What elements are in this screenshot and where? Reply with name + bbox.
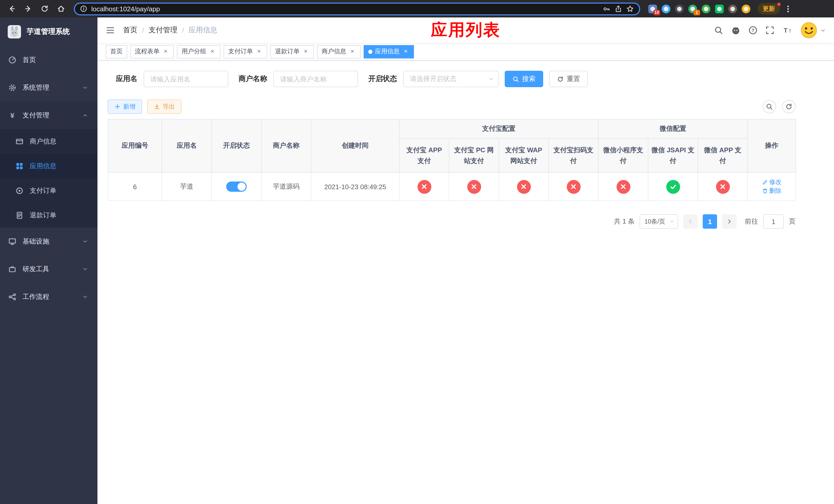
merchant-name-input[interactable] (273, 71, 358, 87)
goto-label: 前往 (745, 217, 758, 226)
home-icon[interactable] (54, 2, 68, 15)
col-wechat-jsapi: 微信 JSAPI 支付 (648, 139, 698, 173)
toggle-search-button[interactable] (763, 100, 776, 113)
password-key-icon[interactable] (603, 5, 610, 13)
sidebar-item-app-info[interactable]: 应用信息 (0, 154, 97, 178)
tab-flow-form[interactable]: 流程表单 × (130, 45, 174, 58)
bookmark-star-icon[interactable] (626, 5, 634, 13)
search-icon (512, 76, 519, 82)
reload-icon[interactable] (38, 2, 51, 15)
col-wechat-app: 微信 APP 支付 (698, 139, 748, 173)
fullscreen-icon[interactable] (765, 26, 774, 35)
tab-home[interactable]: 首页 (106, 45, 127, 58)
config-status-icon (616, 180, 630, 193)
tab-label: 首页 (110, 47, 123, 56)
tab-payment-orders[interactable]: 支付订单 × (224, 45, 267, 58)
prev-page-button[interactable] (683, 214, 698, 229)
breadcrumb: 首页 / 支付管理 / 应用信息 (123, 26, 218, 35)
export-button[interactable]: 导出 (147, 99, 181, 114)
sidebar-toggle-icon[interactable] (106, 26, 115, 35)
search-icon[interactable] (714, 26, 723, 35)
search-button[interactable]: 搜索 (505, 71, 543, 87)
tags-view-bar: 首页 流程表单 × 用户分组 × 支付订单 × 退款订单 × (97, 43, 834, 61)
col-merchant: 商户名称 (261, 119, 311, 173)
back-icon[interactable] (5, 2, 19, 15)
caret-down-icon (820, 27, 826, 33)
svg-text:?: ? (751, 28, 754, 33)
avatar (800, 22, 818, 39)
cell-wechat-app (698, 173, 748, 201)
close-icon[interactable]: × (256, 48, 263, 55)
page-size-select[interactable]: 10条/页 (640, 214, 678, 229)
sidebar: 芋道管理系统 首页 系统管理 ¥ 支付管理 (0, 18, 97, 504)
extension-icon[interactable] (715, 4, 724, 13)
extension-icon[interactable] (742, 4, 750, 13)
sidebar-item-home[interactable]: 首页 (0, 46, 97, 74)
col-app-id: 应用编号 (108, 119, 162, 173)
chevron-down-icon (488, 76, 494, 82)
share-icon[interactable] (614, 5, 622, 13)
goto-page-input[interactable] (763, 214, 784, 229)
chevron-up-icon (82, 112, 88, 118)
sidebar-item-system[interactable]: 系统管理 (0, 74, 97, 101)
status-label: 开启状态 (368, 74, 397, 84)
tab-merchant-info[interactable]: 商户信息 × (317, 45, 360, 58)
close-icon[interactable]: × (302, 48, 309, 55)
chrome-update-button[interactable]: 更新 (758, 3, 780, 14)
page-number-current[interactable]: 1 (703, 214, 717, 229)
table-row: 6 芋道 芋道源码 2021-10-23 08:49:25 (108, 173, 796, 201)
status-toggle[interactable] (226, 182, 247, 192)
app-name-input[interactable] (144, 71, 228, 87)
toolbox-icon (8, 265, 16, 273)
extension-icon[interactable] (728, 4, 737, 13)
url-text[interactable]: localhost:1024/pay/app (91, 5, 598, 13)
extension-icon[interactable] (675, 4, 684, 13)
tab-refund-orders[interactable]: 退款订单 × (270, 45, 314, 58)
delete-link[interactable]: 删除 (762, 187, 782, 196)
github-icon[interactable] (731, 25, 741, 35)
address-bar[interactable]: localhost:1024/pay/app (74, 2, 640, 15)
close-icon[interactable]: × (162, 48, 169, 55)
close-icon[interactable]: × (349, 48, 356, 55)
extension-icon[interactable]: 1 (688, 4, 697, 13)
reset-button-label: 重置 (567, 74, 580, 84)
breadcrumb-payment[interactable]: 支付管理 (149, 26, 177, 35)
next-page-button[interactable] (722, 214, 737, 229)
sidebar-item-label: 支付订单 (30, 186, 57, 196)
add-button[interactable]: 新增 (108, 99, 142, 114)
sidebar-item-infrastructure[interactable]: 基础设施 (0, 228, 97, 255)
sidebar-item-payment[interactable]: ¥ 支付管理 (0, 101, 97, 129)
close-icon[interactable]: × (402, 48, 409, 55)
refresh-table-button[interactable] (782, 100, 795, 113)
forward-icon[interactable] (22, 2, 35, 15)
gear-icon (8, 84, 16, 92)
app-logo-row[interactable]: 芋道管理系统 (0, 18, 97, 46)
browser-menu-icon[interactable] (783, 3, 792, 14)
font-size-icon[interactable]: TT (782, 26, 792, 35)
chrome-update-label: 更新 (763, 4, 775, 13)
col-app-name: 应用名 (162, 119, 212, 173)
sidebar-item-dev-tools[interactable]: 研发工具 (0, 255, 97, 283)
tab-user-group[interactable]: 用户分组 × (177, 45, 221, 58)
sidebar-item-label: 工作流程 (23, 292, 49, 301)
extension-icon[interactable] (702, 4, 710, 13)
tab-app-info[interactable]: 应用信息 × (364, 45, 414, 58)
sidebar-item-label: 基础设施 (23, 237, 49, 246)
edit-link[interactable]: 修改 (762, 178, 782, 187)
extension-icon[interactable] (662, 4, 671, 13)
sidebar-item-workflow[interactable]: 工作流程 (0, 283, 97, 311)
sidebar-item-payment-orders[interactable]: 支付订单 (0, 178, 97, 203)
chevron-down-icon (82, 266, 88, 272)
sidebar-item-label: 商户信息 (30, 137, 57, 146)
sidebar-item-refund-orders[interactable]: 退款订单 (0, 203, 97, 228)
reset-button[interactable]: 重置 (549, 71, 588, 87)
sidebar-item-merchant-info[interactable]: 商户信息 (0, 129, 97, 154)
close-icon[interactable]: × (209, 48, 216, 55)
user-menu[interactable] (800, 22, 826, 39)
status-select[interactable]: 请选择开启状态 (403, 71, 499, 87)
chevron-down-icon (82, 238, 88, 245)
site-info-icon[interactable] (80, 5, 87, 12)
extension-icon[interactable]: 10 (648, 4, 657, 13)
help-icon[interactable]: ? (748, 26, 758, 35)
breadcrumb-home[interactable]: 首页 (123, 26, 137, 35)
